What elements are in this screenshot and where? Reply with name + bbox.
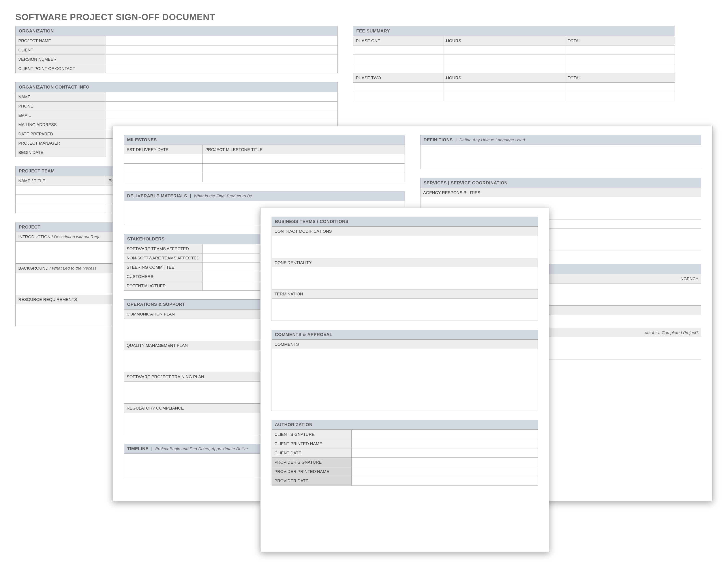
- ms-col2: PROJECT MILESTONE TITLE: [203, 145, 405, 154]
- auth-cdate-label: CLIENT DATE: [272, 448, 352, 458]
- fs-p2-r1-b[interactable]: [443, 83, 565, 92]
- organization-table: PROJECT NAME CLIENT VERSION NUMBER CLIEN…: [15, 36, 338, 73]
- ms-col1: EST DELIVERY DATE: [124, 145, 203, 154]
- fee-summary-table: PHASE ONE HOURS TOTAL PHASE TWO HOURS TO…: [353, 36, 675, 101]
- ms-r2-b[interactable]: [203, 164, 405, 173]
- deliverables-header: DELIVERABLE MATERIALS | What Is the Fina…: [124, 191, 405, 201]
- fs-phase2: PHASE TWO: [353, 73, 443, 83]
- svc-agency-label: AGENCY RESPONSIBILITIES: [420, 188, 701, 197]
- auth-cdate-value[interactable]: [352, 448, 538, 458]
- proj-intro-hint: Description without Requ: [54, 234, 101, 239]
- bt-conf-value[interactable]: [272, 267, 538, 290]
- pt-col1: NAME / TITLE: [16, 176, 106, 185]
- definitions-value[interactable]: [420, 145, 701, 169]
- fs-p1-r2-b[interactable]: [443, 55, 565, 64]
- oc-begin-label: BEGIN DATE: [16, 148, 106, 157]
- definitions-section: DEFINITIONS | Define Any Unique Language…: [420, 135, 701, 169]
- fs-p1-r2-a[interactable]: [353, 55, 443, 64]
- comments-value[interactable]: [272, 349, 538, 411]
- timeline-header-text: TIMELINE: [127, 446, 148, 451]
- milestones-table: EST DELIVERY DATE PROJECT MILESTONE TITL…: [124, 145, 405, 182]
- org-project-name-label: PROJECT NAME: [16, 36, 106, 45]
- oc-mail-label: MAILING ADDRESS: [16, 120, 106, 129]
- auth-csig-label: CLIENT SIGNATURE: [272, 430, 352, 439]
- comments-section: COMMENTS & APPROVAL COMMENTS: [272, 330, 538, 411]
- org-client-value[interactable]: [106, 45, 337, 55]
- oc-name-value[interactable]: [106, 92, 337, 102]
- oc-email-label: EMAIL: [16, 111, 106, 120]
- definitions-header-text: DEFINITIONS: [424, 137, 453, 142]
- fs-p1-r1-b[interactable]: [443, 45, 565, 55]
- oc-name-label: NAME: [16, 92, 106, 102]
- ms-r3-a[interactable]: [124, 173, 203, 182]
- proj-intro-text: INTRODUCTION /: [18, 234, 53, 239]
- auth-pname-value[interactable]: [352, 467, 538, 476]
- sh-steering: STEERING COMMITTEE: [124, 263, 203, 272]
- milestones-section: MILESTONES EST DELIVERY DATE PROJECT MIL…: [124, 135, 405, 182]
- auth-psig-label: PROVIDER SIGNATURE: [272, 458, 352, 467]
- auth-cname-value[interactable]: [352, 439, 538, 448]
- fs-p2-r2-a[interactable]: [353, 92, 443, 101]
- fs-p2-r1-a[interactable]: [353, 83, 443, 92]
- fs-p1-r3-b[interactable]: [443, 64, 565, 73]
- services-header: SERVICES | SERVICE COORDINATION: [420, 178, 701, 188]
- milestones-header: MILESTONES: [124, 135, 405, 145]
- fs-total2: TOTAL: [565, 73, 675, 83]
- organization-section: ORGANIZATION PROJECT NAME CLIENT VERSION…: [15, 26, 338, 73]
- fs-p1-r1-a[interactable]: [353, 45, 443, 55]
- business-terms-section: BUSINESS TERMS / CONDITIONS CONTRACT MOD…: [272, 216, 538, 321]
- ms-r1-a[interactable]: [124, 154, 203, 164]
- business-terms-header: BUSINESS TERMS / CONDITIONS: [272, 216, 538, 226]
- fs-p1-r3-c[interactable]: [565, 64, 675, 73]
- auth-pname-label: PROVIDER PRINTED NAME: [272, 467, 352, 476]
- bt-cm-value[interactable]: [272, 236, 538, 258]
- fs-p1-r1-c[interactable]: [565, 45, 675, 55]
- auth-psig-value[interactable]: [352, 458, 538, 467]
- document-title: SOFTWARE PROJECT SIGN-OFF DOCUMENT: [15, 12, 675, 22]
- auth-csig-value[interactable]: [352, 430, 538, 439]
- oc-dateprep-label: DATE PREPARED: [16, 129, 106, 139]
- org-project-name-value[interactable]: [106, 36, 337, 45]
- oc-email-value[interactable]: [106, 111, 337, 120]
- org-version-value[interactable]: [106, 55, 337, 64]
- authorization-section: AUTHORIZATION CLIENT SIGNATURE CLIENT PR…: [272, 420, 538, 486]
- fs-hours1: HOURS: [443, 36, 565, 45]
- bt-conf-label: CONFIDENTIALITY: [272, 258, 538, 267]
- fs-p1-r3-a[interactable]: [353, 64, 443, 73]
- pt-row3-name[interactable]: [16, 204, 106, 213]
- fs-p1-r2-c[interactable]: [565, 55, 675, 64]
- auth-cname-label: CLIENT PRINTED NAME: [272, 439, 352, 448]
- oc-phone-label: PHONE: [16, 102, 106, 111]
- fs-hours2: HOURS: [443, 73, 565, 83]
- pt-row2-name[interactable]: [16, 195, 106, 204]
- business-terms-table: CONTRACT MODIFICATIONS CONFIDENTIALITY T…: [272, 226, 538, 321]
- pt-row1-name[interactable]: [16, 185, 106, 195]
- bt-term-value[interactable]: [272, 299, 538, 321]
- fs-phase1: PHASE ONE: [353, 36, 443, 45]
- definitions-hint: Define Any Unique Language Used: [460, 138, 525, 142]
- oc-pm-label: PROJECT MANAGER: [16, 139, 106, 148]
- comments-label: COMMENTS: [272, 340, 538, 349]
- auth-pdate-value[interactable]: [352, 476, 538, 486]
- ms-r2-a[interactable]: [124, 164, 203, 173]
- oc-phone-value[interactable]: [106, 102, 337, 111]
- org-contact-header: ORGANIZATION CONTACT INFO: [15, 82, 338, 92]
- ms-r3-b[interactable]: [203, 173, 405, 182]
- org-poc-value[interactable]: [106, 64, 337, 73]
- comments-header: COMMENTS & APPROVAL: [272, 330, 538, 340]
- fee-summary-header: FEE SUMMARY: [353, 26, 675, 36]
- sh-customers: CUSTOMERS: [124, 272, 203, 281]
- fs-p2-r2-c[interactable]: [565, 92, 675, 101]
- fs-total1: TOTAL: [565, 36, 675, 45]
- ms-r1-b[interactable]: [203, 154, 405, 164]
- sh-nonsoftware: NON-SOFTWARE TEAMS AFFECTED: [124, 253, 203, 263]
- comments-table: COMMENTS: [272, 340, 538, 411]
- fs-p2-r2-b[interactable]: [443, 92, 565, 101]
- org-client-label: CLIENT: [16, 45, 106, 55]
- org-version-label: VERSION NUMBER: [16, 55, 106, 64]
- fs-p2-r1-c[interactable]: [565, 83, 675, 92]
- page-3: BUSINESS TERMS / CONDITIONS CONTRACT MOD…: [260, 207, 549, 552]
- authorization-header: AUTHORIZATION: [272, 420, 538, 430]
- deliverables-hint: What Is the Final Product to Be: [194, 194, 252, 198]
- sh-software: SOFTWARE TEAMS AFFECTED: [124, 244, 203, 253]
